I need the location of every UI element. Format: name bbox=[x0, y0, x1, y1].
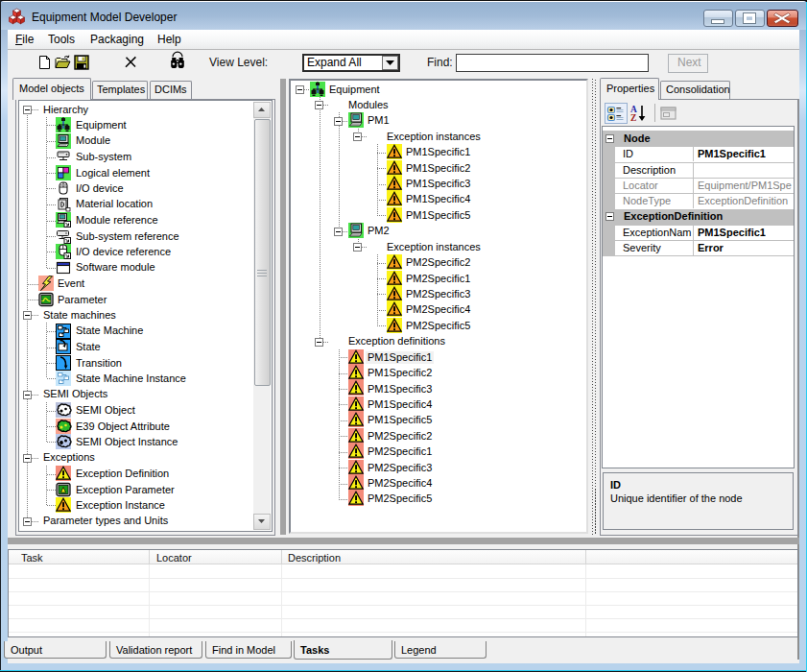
svg-text:Z: Z bbox=[630, 113, 636, 123]
